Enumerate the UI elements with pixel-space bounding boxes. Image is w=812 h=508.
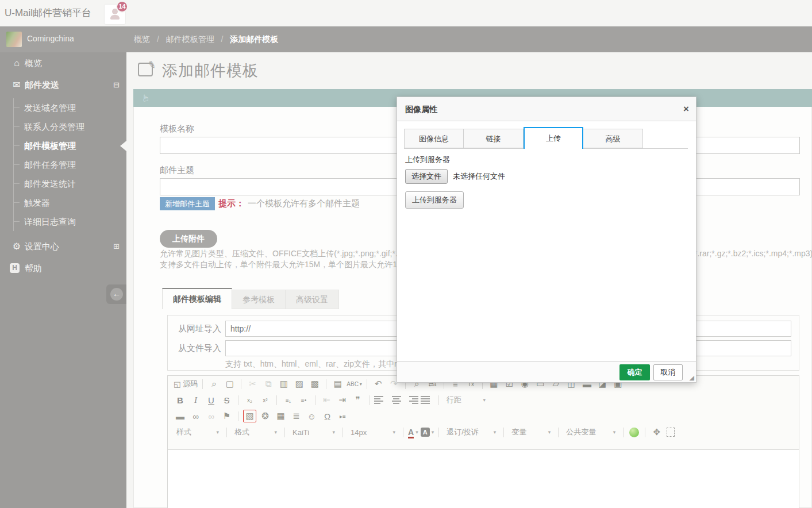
dialog-title-bar[interactable]: 图像属性 ×: [397, 97, 696, 121]
dialog-tabs: 图像信息 链接 上传 高级: [404, 127, 688, 149]
paste-icon[interactable]: ▥: [277, 378, 290, 390]
anchor-icon[interactable]: ⚑: [220, 410, 233, 422]
strike-icon[interactable]: S: [220, 394, 233, 406]
notification-badge: 14: [116, 1, 128, 13]
specialchar-icon[interactable]: Ω: [321, 410, 334, 422]
table-icon[interactable]: ▦: [274, 410, 287, 422]
subject-label: 邮件主题: [160, 165, 194, 176]
expand-section-icon[interactable]: ⊞: [113, 236, 120, 257]
upload-to-server-label: 上传到服务器: [405, 155, 688, 165]
cancel-button[interactable]: 取消: [653, 364, 683, 380]
tab-advanced-settings[interactable]: 高级设置: [286, 290, 339, 309]
sidebar-item-template-manage[interactable]: 邮件模板管理: [14, 136, 126, 155]
tab-reference-template[interactable]: 参考模板: [232, 290, 286, 309]
underline-icon[interactable]: U: [205, 394, 218, 406]
dialog-tab-link[interactable]: 链接: [464, 129, 524, 148]
collapse-section-icon[interactable]: ⊟: [113, 74, 120, 96]
sidebar-item-send-domain[interactable]: 发送域名管理: [14, 98, 126, 117]
avatar: [6, 32, 22, 47]
blockquote-icon[interactable]: ❞: [351, 394, 364, 406]
undo-icon[interactable]: ↶: [372, 378, 385, 390]
sidebar-item-contact-category[interactable]: 联系人分类管理: [14, 117, 126, 136]
dialog-tab-advanced[interactable]: 高级: [583, 129, 643, 148]
style-select[interactable]: 样式▾: [174, 426, 222, 438]
sidebar-submenu: 发送域名管理 联系人分类管理 邮件模板管理 邮件任务管理 邮件发送统计 触发器 …: [13, 98, 126, 231]
sidebar-user-row[interactable]: Comingchina: [0, 26, 126, 52]
superscript-icon[interactable]: x²: [259, 394, 272, 406]
button-widget-icon[interactable]: ▬: [174, 410, 187, 422]
sidebar-item-send-stats[interactable]: 邮件发送统计: [14, 174, 126, 193]
toolbar-separator: [438, 395, 439, 405]
italic-icon[interactable]: I: [189, 394, 202, 406]
flash-icon[interactable]: ❂: [259, 410, 272, 422]
maximize-icon[interactable]: ✥: [650, 426, 663, 438]
toolbar-separator: [342, 428, 343, 437]
dialog-tab-image-info[interactable]: 图像信息: [404, 129, 464, 148]
bg-color-button[interactable]: A▾: [421, 426, 434, 438]
preview-icon[interactable]: ⌕: [207, 378, 221, 390]
toolbar-separator: [438, 428, 439, 437]
font-select[interactable]: KaiTi▾: [290, 426, 338, 438]
indent-icon[interactable]: ⇥: [336, 394, 349, 406]
sidebar-item-help[interactable]: H 帮助: [0, 257, 126, 279]
sidebar-item-trigger[interactable]: 触发器: [14, 193, 126, 212]
breadcrumb-template-manage[interactable]: 邮件模板管理: [166, 34, 214, 44]
upload-to-server-button[interactable]: 上传到服务器: [405, 191, 464, 209]
ok-button[interactable]: 确定: [619, 364, 650, 380]
newpage-icon[interactable]: ▢: [223, 378, 236, 390]
import-file-label: 从文件导入: [178, 340, 223, 356]
sidebar-collapse-button[interactable]: ←: [106, 284, 126, 304]
subscript-icon[interactable]: x₂: [243, 394, 256, 406]
smiley-icon[interactable]: ☺: [305, 410, 318, 422]
format-select[interactable]: 格式▾: [232, 426, 280, 438]
line-height-select[interactable]: 行距▾: [444, 394, 488, 406]
upload-hint-line1: 允许常见图片类型、压缩文件、OFFICE文档上传(*.jpg;*.png;*.g…: [160, 249, 415, 259]
breadcrumb-current: 添加邮件模板: [230, 34, 278, 44]
tab-template-edit[interactable]: 邮件模板编辑: [162, 288, 232, 309]
editor-content[interactable]: [168, 449, 799, 508]
align-center-icon[interactable]: [390, 394, 403, 406]
page-title: 添加邮件模板: [162, 60, 259, 81]
text-color-button[interactable]: A▾: [408, 426, 418, 438]
user-notifications-button[interactable]: 14: [105, 5, 125, 24]
close-icon[interactable]: ×: [683, 97, 689, 121]
print-icon[interactable]: ▤: [331, 378, 344, 390]
align-right-icon[interactable]: [405, 394, 418, 406]
sidebar-item-overview[interactable]: ⌂ 概览: [0, 52, 126, 74]
unsubscribe-select[interactable]: 退订/投诉▾: [444, 426, 499, 438]
bold-icon[interactable]: B: [174, 394, 187, 406]
source-button[interactable]: ◱源码: [174, 378, 198, 390]
show-blocks-icon[interactable]: [667, 428, 675, 437]
paste-word-icon[interactable]: ▩: [308, 378, 321, 390]
upload-attachment-button[interactable]: 上传附件: [160, 230, 217, 248]
toolbar-separator: [503, 428, 504, 437]
align-left-icon[interactable]: [374, 394, 387, 406]
upload-hint-line2: 支持多文件自动上传，单个附件最大允许15M，单个图片最大允许1M。附: [160, 260, 420, 270]
toolbar-separator: [241, 379, 241, 389]
breadcrumb-overview[interactable]: 概览: [134, 34, 150, 44]
hr-icon[interactable]: ≣: [290, 410, 303, 422]
bullet-list-icon[interactable]: ≡•: [297, 394, 310, 406]
resize-handle-icon[interactable]: ◢: [690, 374, 694, 382]
sidebar-item-task-manage[interactable]: 邮件任务管理: [14, 155, 126, 174]
mail-send-icon: ✉: [10, 74, 23, 96]
image-icon[interactable]: ▧: [243, 410, 256, 422]
align-justify-icon[interactable]: [421, 394, 434, 406]
toolbar-separator: [202, 379, 203, 389]
choose-file-button[interactable]: 选择文件: [405, 169, 448, 184]
spellcheck-icon[interactable]: ABC▾: [347, 378, 362, 390]
variable-select[interactable]: 变量▾: [509, 426, 553, 438]
paste-text-icon[interactable]: ▨: [293, 378, 306, 390]
sidebar-item-settings[interactable]: ⚙ 设置中心 ⊞: [0, 236, 126, 257]
add-subject-button[interactable]: 新增邮件主题: [160, 197, 215, 210]
link-icon[interactable]: ∞: [189, 410, 202, 422]
pagebreak-icon[interactable]: ▸≡: [336, 410, 349, 422]
fontsize-select[interactable]: 14px▾: [348, 426, 398, 438]
sidebar-item-log-query[interactable]: 详细日志查询: [14, 212, 126, 231]
public-variable-select[interactable]: 公共变量▾: [563, 426, 618, 438]
dialog-tab-upload[interactable]: 上传: [524, 127, 583, 149]
sidebar-item-mail-send[interactable]: ✉ 邮件发送 ⊟: [0, 74, 126, 96]
tip-label: 提示：: [218, 198, 244, 209]
save-to-server-icon[interactable]: [629, 428, 639, 437]
numbered-list-icon[interactable]: ≡₁: [282, 394, 295, 406]
